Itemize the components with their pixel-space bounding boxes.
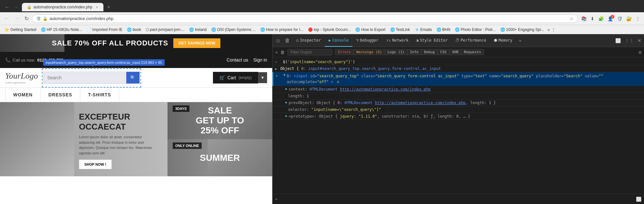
nav-item-dresses[interactable]: DRESSES [41, 88, 80, 102]
devtools-inspect-btn[interactable]: ◻ [274, 34, 282, 47]
console-icon: ▶ [329, 38, 331, 43]
bookmark-icon: 🌐 [260, 27, 265, 32]
tab-style-editor[interactable]: ◑ Style Editor [412, 34, 452, 47]
filter-tab-warnings[interactable]: Warnings (5) [354, 49, 385, 55]
tab-performance[interactable]: ⏱ Performance [452, 34, 490, 47]
bookmark-osi[interactable]: 🌐 OSI (Open Systems ... [209, 27, 258, 33]
bookmark-ireland[interactable]: 🌐 Ireland [187, 27, 209, 33]
back-button[interactable]: ← [3, 14, 11, 23]
star-icon[interactable]: ☆ [570, 16, 574, 21]
reload-button[interactable]: ↻ [23, 14, 30, 23]
bookmark-photo-editor[interactable]: 🌐 Photo Editor : Pixlr... [453, 27, 498, 33]
input-element-text: 0: <input id="search_query_top" class="s… [287, 73, 641, 85]
bookmark-label: How to Export [361, 27, 385, 32]
search-input[interactable] [43, 72, 126, 83]
downloads-btn[interactable]: ⬇ [589, 15, 596, 23]
bookmark-icon: ⭐ [5, 27, 9, 32]
bookmark-hp[interactable]: 🌐 HP 15-r062tu Note... [39, 27, 84, 33]
bookmark-icon: 🌐 [41, 27, 46, 32]
settings-icon[interactable]: ⚙ [639, 50, 641, 55]
bookmark-emails[interactable]: 📧 Emails [413, 27, 434, 33]
devtools-close-btn[interactable]: ✕ [636, 37, 643, 44]
more-btn[interactable]: ⋮ [634, 15, 641, 23]
cart-dropdown-btn[interactable]: ▼ [258, 72, 267, 83]
filter-tab-errors[interactable]: Errors [335, 49, 354, 55]
filter-tab-info[interactable]: Info [408, 49, 422, 55]
devtools-split-view-btn[interactable]: ⬜ [636, 197, 641, 202]
context-text: context: HTMLDocument http://automationp… [289, 87, 431, 92]
bookmark-icon: ⬡ [146, 27, 149, 32]
tab-inspector[interactable]: ◻ Inspector [293, 34, 325, 47]
bookmark-export[interactable]: 🌐 How to Export [353, 27, 387, 33]
bookmark-splunk[interactable]: 🔴 top - Splunk Docum... [306, 27, 353, 33]
new-tab-btn[interactable]: + [105, 3, 113, 11]
browser-actions: 📚 ⬇ 🧩 👤1 🛡️ 🔐 ⋮ [580, 15, 641, 23]
shield-btn[interactable]: 🛡️ [616, 15, 624, 23]
badge-3days: 3DAYS [173, 105, 189, 112]
shop-now-button[interactable]: SHOP NOW ! [79, 160, 112, 169]
more-tabs-btn[interactable]: » [516, 34, 524, 47]
prototype-expand-icon[interactable]: ▶ [285, 114, 287, 118]
filter-input[interactable] [287, 49, 332, 55]
bookmark-how-to[interactable]: 🌐 How to prepare for I... [258, 27, 305, 33]
badge-btn[interactable]: 👤1 [606, 15, 614, 23]
bookmark-engaging[interactable]: 🌐 1000+ Engaging Spi... [498, 27, 546, 33]
network-icon: ↑↓ [386, 38, 391, 43]
bookmark-book[interactable]: 🌐 book [125, 27, 143, 33]
devtools-more-btn[interactable]: ⋮⋮ [623, 37, 635, 44]
cart-button[interactable]: 🛒 Cart (empty) [213, 72, 258, 83]
filter-tab-logs[interactable]: Logs (1) [385, 49, 408, 55]
signin-link[interactable]: Sign in [253, 57, 267, 63]
trash-btn[interactable]: 🗑 [279, 50, 286, 55]
site-logo[interactable]: YourLogo a new experience [5, 71, 38, 84]
more-bookmarks-btn[interactable]: » [547, 27, 550, 32]
console-prompt-chevron[interactable]: » [275, 50, 278, 55]
tab-close-icon[interactable]: ✕ [96, 5, 98, 9]
get-savings-button[interactable]: GET SAVINGS NOW [173, 38, 220, 48]
expand-arrow-icon[interactable]: ▶ [275, 67, 277, 71]
context-expand-icon[interactable]: ▶ [285, 87, 287, 91]
address-text[interactable]: automationpractice.com/index.php [50, 16, 568, 21]
devtools-trash-btn[interactable]: 🗑 [282, 34, 293, 47]
filter-tab-debug[interactable]: Debug [421, 49, 437, 55]
tab-console[interactable]: ▶ Console [325, 34, 352, 47]
extension-btn[interactable]: 🧩 [597, 15, 605, 23]
search-button[interactable]: 🔍 [126, 72, 139, 83]
contact-link[interactable]: Contact us [226, 57, 248, 63]
prevobject-text: prevObject: Object { 0: HTMLDocument htt… [289, 101, 496, 105]
nav-item-women[interactable]: WOMEN [5, 88, 41, 102]
bookmark-ie[interactable]: 📄 Imported From IE [85, 27, 124, 33]
prevobject-expand-icon[interactable]: ▶ [285, 101, 287, 104]
hero-left: EXCEPTEUR OCCAECAT Lorem ipsum dolor sit… [0, 102, 168, 176]
forward-button[interactable]: → [13, 14, 21, 23]
console-output: » $('input[name="search_query"]') ▶ Obje… [273, 57, 644, 194]
address-bar[interactable]: 🛡️ 🔒 automationpractice.com/index.php ☆ [32, 15, 578, 23]
tab-bar: ← → 🔒 automationpractice.com/index.php ✕… [0, 0, 644, 12]
filter-tab-requests[interactable]: Requests [461, 49, 484, 55]
filter-tab-css[interactable]: CSS [437, 49, 449, 55]
expand-arrow-icon-2[interactable]: ▼ [284, 73, 285, 77]
bookmark-menu-btn[interactable]: ⋮ [551, 27, 556, 32]
bookmark-bhn[interactable]: 🌐 BHN [435, 27, 452, 33]
nav-menu: WOMEN DRESSES T-SHIRTS [0, 87, 272, 102]
devtools-responsive-btn[interactable]: ⬜ [614, 37, 622, 44]
devtools-bottom-chevron[interactable]: » [275, 197, 277, 201]
console-prototype-line: ▶ <prototype>: Object { jquery: "1.11.0"… [273, 113, 644, 120]
tab-network[interactable]: ↑↓ Network [382, 34, 412, 47]
bookmark-label: How to prepare for I... [266, 27, 303, 32]
tab-debugger[interactable]: ⌥ Debugger [352, 34, 382, 47]
nav-item-tshirts[interactable]: T-SHIRTS [80, 88, 119, 102]
nav-forward-btn[interactable]: → [12, 3, 21, 11]
bookmark-getting-started[interactable]: ⭐ Getting Started [3, 27, 38, 33]
vpn-btn[interactable]: 🔐 [625, 15, 633, 23]
bookmark-pact[interactable]: ⬡ pact-jvm/pact-jvm-... [144, 27, 187, 33]
hero-title: EXCEPTEUR OCCAECAT [79, 112, 153, 132]
filter-tab-xhr[interactable]: XHR [449, 49, 461, 55]
console-prevobject-line: ▶ prevObject: Object { 0: HTMLDocument h… [273, 100, 644, 106]
active-tab[interactable]: 🔒 automationpractice.com/index.php ✕ [22, 3, 103, 11]
nav-back-btn[interactable]: ← [3, 3, 12, 11]
tab-memory[interactable]: ⬢ Memory [490, 34, 516, 47]
bookmarks-btn[interactable]: 📚 [580, 15, 588, 23]
console-highlighted-line[interactable]: ← ▼ 0: <input id="search_query_top" clas… [273, 72, 644, 86]
bookmark-testlink[interactable]: 🌐 TestLink [388, 27, 412, 33]
